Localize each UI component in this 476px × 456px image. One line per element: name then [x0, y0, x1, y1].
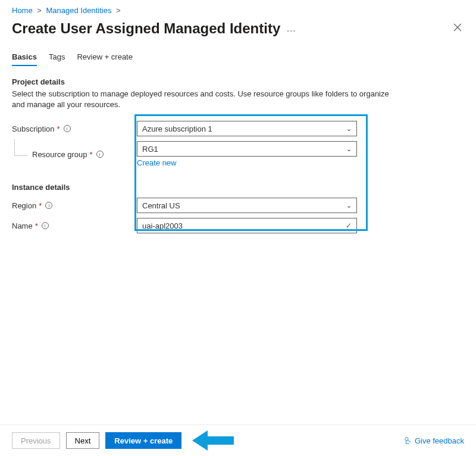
chevron-down-icon: ⌄	[346, 202, 352, 210]
breadcrumb-managed-identities[interactable]: Managed Identities	[46, 6, 112, 15]
tab-basics[interactable]: Basics	[12, 52, 37, 66]
next-button[interactable]: Next	[66, 432, 100, 449]
name-value: uai-apl2003	[142, 221, 183, 230]
tab-review-create[interactable]: Review + create	[77, 52, 133, 66]
resource-group-label: Resource group	[32, 150, 87, 159]
name-label: Name	[12, 221, 33, 230]
footer-bar: Previous Next Review + create Give feedb…	[0, 424, 476, 456]
chevron-down-icon: ⌄	[346, 145, 352, 153]
required-marker: *	[39, 201, 42, 210]
tab-tags[interactable]: Tags	[49, 52, 65, 66]
feedback-label: Give feedback	[415, 436, 464, 445]
close-button[interactable]	[451, 20, 464, 37]
subscription-value: Azure subscription 1	[142, 124, 212, 133]
give-feedback-link[interactable]: Give feedback	[404, 436, 464, 445]
project-details-heading: Project details	[12, 77, 464, 86]
breadcrumb-sep: >	[116, 6, 121, 15]
chevron-down-icon: ⌄	[346, 125, 352, 133]
info-icon[interactable]: i	[96, 151, 104, 158]
required-marker: *	[90, 150, 93, 159]
instance-details-heading: Instance details	[12, 183, 464, 192]
feedback-icon	[404, 436, 412, 445]
resource-group-dropdown[interactable]: RG1 ⌄	[137, 141, 357, 157]
breadcrumb-home[interactable]: Home	[12, 6, 33, 15]
breadcrumb: Home > Managed Identities >	[0, 0, 476, 17]
project-details-desc: Select the subscription to manage deploy…	[12, 89, 393, 110]
required-marker: *	[35, 221, 38, 230]
review-create-button[interactable]: Review + create	[105, 432, 181, 449]
annotation-arrow	[192, 433, 234, 448]
tree-line	[14, 139, 27, 156]
subscription-label: Subscription	[12, 124, 55, 133]
name-input[interactable]: uai-apl2003 ✓	[137, 218, 357, 233]
subscription-dropdown[interactable]: Azure subscription 1 ⌄	[137, 121, 357, 136]
breadcrumb-sep: >	[37, 6, 42, 15]
page-title: Create User Assigned Managed Identity	[12, 20, 280, 37]
region-label: Region	[12, 201, 36, 210]
previous-button[interactable]: Previous	[12, 432, 60, 449]
info-icon[interactable]: i	[45, 202, 52, 209]
create-new-link[interactable]: Create new	[137, 158, 176, 167]
tabs: Basics Tags Review + create	[0, 42, 476, 67]
more-menu-icon[interactable]: …	[286, 23, 296, 34]
info-icon[interactable]: i	[64, 125, 71, 132]
required-marker: *	[57, 124, 60, 133]
close-icon	[453, 23, 462, 32]
info-icon[interactable]: i	[42, 222, 49, 229]
check-icon: ✓	[346, 221, 352, 230]
region-value: Central US	[142, 201, 180, 210]
resource-group-value: RG1	[142, 145, 158, 154]
svg-point-0	[405, 438, 408, 441]
region-dropdown[interactable]: Central US ⌄	[137, 198, 357, 213]
